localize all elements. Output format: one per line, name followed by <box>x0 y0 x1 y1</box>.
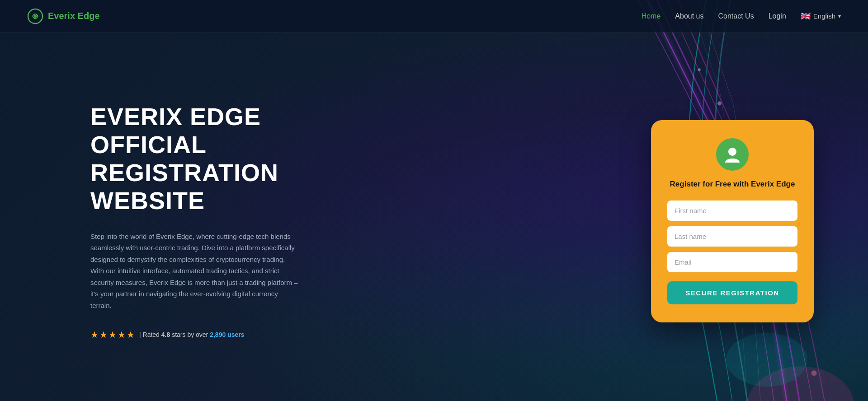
navbar: Everix Edge Home About us Contact Us Log… <box>0 0 868 33</box>
language-label: English <box>813 12 835 20</box>
first-name-input[interactable] <box>667 200 797 221</box>
nav-links: Home About us Contact Us Login 🇬🇧 Englis… <box>642 11 841 21</box>
register-button[interactable]: SECURE REGISTRATION <box>667 281 797 304</box>
svg-point-11 <box>34 15 37 18</box>
user-count: 2,890 users <box>210 331 244 338</box>
star-4: ★ <box>118 329 126 340</box>
hero-title: EVERIX EDGE OFFICIAL REGISTRATION WEBSIT… <box>90 103 326 214</box>
star-2: ★ <box>99 329 108 340</box>
hero-section: EVERIX EDGE OFFICIAL REGISTRATION WEBSIT… <box>90 103 326 340</box>
nav-contact[interactable]: Contact Us <box>718 12 754 20</box>
last-name-input[interactable] <box>667 226 797 247</box>
star-3: ★ <box>108 329 117 340</box>
card-title: Register for Free with Everix Edge <box>670 179 795 190</box>
hero-description: Step into the world of Everix Edge, wher… <box>90 231 298 312</box>
logo[interactable]: Everix Edge <box>27 8 100 24</box>
nav-login[interactable]: Login <box>769 12 786 20</box>
registration-section: Register for Free with Everix Edge SECUR… <box>651 120 814 322</box>
chevron-down-icon: ▾ <box>838 13 841 19</box>
star-5: ★ <box>127 329 135 340</box>
rating-section: ★ ★ ★ ★ ★ | Rated 4.8 stars by over 2,89… <box>90 329 326 340</box>
registration-card: Register for Free with Everix Edge SECUR… <box>651 120 814 322</box>
flag-icon: 🇬🇧 <box>801 11 811 21</box>
email-input[interactable] <box>667 252 797 272</box>
nav-home[interactable]: Home <box>642 12 661 20</box>
svg-point-12 <box>728 148 736 156</box>
logo-icon <box>27 8 43 24</box>
user-icon <box>722 145 742 164</box>
avatar <box>716 138 749 171</box>
rating-text: | Rated 4.8 stars by over 2,890 users <box>139 331 244 338</box>
star-1: ★ <box>90 329 99 340</box>
nav-about[interactable]: About us <box>675 12 703 20</box>
brand-name: Everix Edge <box>48 11 100 21</box>
language-selector[interactable]: 🇬🇧 English ▾ <box>801 11 841 21</box>
star-rating: ★ ★ ★ ★ ★ <box>90 329 135 340</box>
main-content: EVERIX EDGE OFFICIAL REGISTRATION WEBSIT… <box>0 33 868 401</box>
